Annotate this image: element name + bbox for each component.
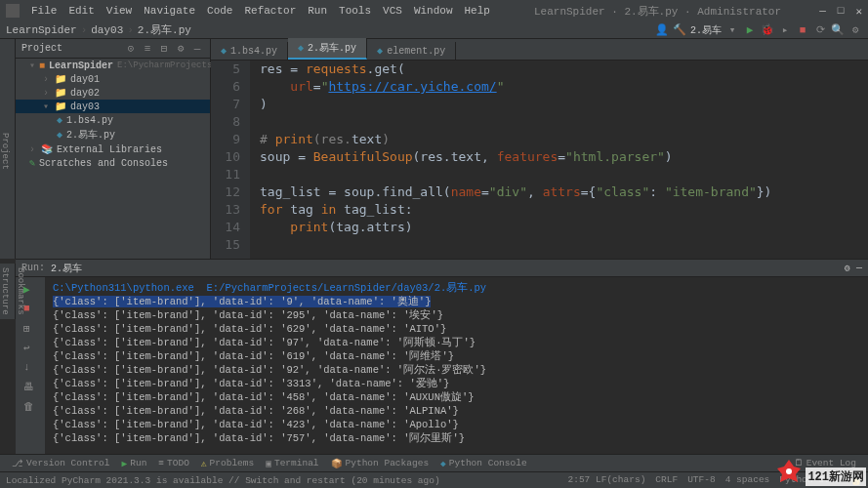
debug-icon[interactable]: 🐞 (761, 23, 774, 37)
tool-python-console[interactable]: ◆Python Console (434, 458, 533, 469)
project-panel-title: Project (21, 43, 62, 54)
code-line[interactable]: print(tag.attrs) (260, 219, 868, 236)
tool-todo[interactable]: ≡TODO (152, 458, 195, 468)
code-line[interactable] (260, 236, 868, 254)
status-cursor-pos[interactable]: 2:57 LF(chars) (568, 474, 646, 486)
menu-view[interactable]: View (101, 5, 138, 17)
chevron-down-icon[interactable]: ▾ (725, 23, 739, 37)
console-command: C:\Python311\python.exe E:/PycharmProjec… (53, 281, 860, 295)
menu-code[interactable]: Code (201, 5, 238, 17)
tool-python-packages[interactable]: 📦Python Packages (325, 458, 435, 469)
menu-refactor[interactable]: Refactor (238, 5, 302, 17)
line-number-gutter: 56789101112131415 (211, 61, 250, 259)
status-line-sep[interactable]: CRLF (655, 474, 678, 486)
status-indent[interactable]: 4 spaces (725, 474, 770, 486)
hammer-icon[interactable]: 🔨 (673, 23, 686, 37)
menu-vcs[interactable]: VCS (377, 5, 408, 17)
git-user-icon[interactable]: 👤 (655, 23, 669, 37)
breadcrumb[interactable]: 2.易车.py (138, 22, 191, 37)
print-icon[interactable]: 🖶 (23, 381, 37, 394)
code-line[interactable]: ) (260, 96, 868, 113)
menu-tools[interactable]: Tools (333, 5, 377, 17)
layout-icon[interactable]: ⊞ (23, 322, 37, 336)
minimize-icon[interactable]: — (819, 5, 826, 18)
tree-external-libs[interactable]: ›📚External Libraries (16, 142, 210, 156)
title-bar: File Edit View Navigate Code Refactor Ru… (0, 0, 868, 21)
console-line: {'class': ['item-brand'], 'data-id': '9'… (53, 295, 860, 308)
console-line: {'class': ['item-brand'], 'data-id': '42… (53, 418, 860, 431)
tool-version-control[interactable]: ⎇Version Control (6, 458, 116, 469)
expand-all-icon[interactable]: ≡ (141, 42, 154, 56)
run-config-dropdown[interactable]: 2.易车 (690, 23, 722, 37)
code-line[interactable]: for tag in tag_list: (260, 201, 868, 219)
tree-file-bs4[interactable]: ◆1.bs4.py (16, 113, 210, 127)
stop-icon[interactable]: ■ (796, 23, 809, 37)
tree-folder-day01[interactable]: ›📁day01 (16, 72, 210, 86)
tool-problems[interactable]: ⚠Problems (195, 458, 260, 469)
watermark: 121新游网 (774, 457, 866, 486)
editor-tab-element[interactable]: ◆element.py (367, 42, 456, 60)
hide-panel-icon[interactable]: — (190, 42, 204, 56)
menu-help[interactable]: Help (459, 5, 496, 17)
code-editor[interactable]: 56789101112131415 res = requests.get( ur… (211, 61, 868, 259)
watermark-logo-icon (774, 457, 804, 486)
git-update-icon[interactable]: ⟳ (813, 23, 827, 37)
status-encoding[interactable]: UTF-8 (687, 474, 716, 486)
more-run-icon[interactable]: ▸ (778, 23, 792, 37)
console-line: {'class': ['item-brand'], 'data-id': '29… (53, 308, 860, 322)
gear-icon[interactable]: ⚙ (848, 23, 862, 37)
menu-file[interactable]: File (25, 5, 62, 17)
gear-icon[interactable]: ⚙ (845, 263, 850, 274)
editor-area: ◆1.bs4.py ◆2.易车.py ◆element.py 567891011… (211, 39, 868, 259)
hide-panel-icon[interactable]: — (856, 263, 862, 273)
tool-terminal[interactable]: ▣Terminal (260, 458, 324, 469)
select-open-file-icon[interactable]: ⊙ (124, 42, 138, 56)
scroll-to-end-icon[interactable]: ↓ (23, 361, 37, 375)
status-message[interactable]: Localized PyCharm 2021.3.3 is available … (6, 475, 440, 486)
trash-icon[interactable]: 🗑 (23, 400, 37, 414)
console-line: {'class': ['item-brand'], 'data-id': '97… (53, 336, 860, 349)
code-line[interactable] (260, 166, 868, 183)
folder-icon: ■ (39, 61, 45, 71)
console-output[interactable]: C:\Python311\python.exe E:/PycharmProjec… (45, 277, 868, 454)
code-line[interactable]: soup = BeautifulSoup(res.text, features=… (260, 148, 868, 166)
tree-scratches[interactable]: ✎Scratches and Consoles (16, 156, 210, 170)
play-icon[interactable]: ▶ (743, 23, 757, 37)
console-line: {'class': ['item-brand'], 'data-id': '26… (53, 404, 860, 418)
run-tool-window: Run: 2.易车 ⚙ — ▶ ■ ⊞ ↩ ↓ 🖶 🗑 C:\Python311… (16, 259, 868, 454)
bookmarks-tab[interactable]: Bookmarks (16, 267, 25, 315)
rerun-icon[interactable]: ▶ (23, 283, 37, 297)
tool-run[interactable]: ▶Run (116, 458, 153, 469)
console-line: {'class': ['item-brand'], 'data-id': '33… (53, 377, 860, 390)
code-line[interactable]: # print(res.text) (260, 131, 868, 148)
gear-icon[interactable]: ⚙ (174, 42, 187, 56)
code-line[interactable]: url="https://car.yiche.com/" (260, 78, 868, 96)
tree-folder-day02[interactable]: ›📁day02 (16, 86, 210, 100)
menu-window[interactable]: Window (408, 5, 459, 17)
tree-file-yiche[interactable]: ◆2.易车.py (16, 127, 210, 142)
editor-tab-yiche[interactable]: ◆2.易车.py (288, 38, 367, 60)
maximize-icon[interactable]: □ (838, 5, 845, 18)
window-title: LearnSpider · 2.易车.py · Administrator (496, 4, 819, 19)
code-line[interactable] (260, 113, 868, 131)
breadcrumb[interactable]: LearnSpider (6, 24, 77, 36)
editor-tab-bs4[interactable]: ◆1.bs4.py (211, 42, 288, 60)
tree-root[interactable]: ▾ ■ LearnSpider E:\PycharmProjects\Learn… (16, 59, 210, 72)
code-line[interactable]: tag_list = soup.find_all(name="div", att… (260, 183, 868, 201)
breadcrumb[interactable]: day03 (91, 24, 123, 36)
project-tab[interactable]: Project (0, 133, 10, 170)
menu-navigate[interactable]: Navigate (138, 5, 201, 17)
code-line[interactable]: res = requests.get( (260, 61, 868, 78)
collapse-all-icon[interactable]: ⊟ (157, 42, 171, 56)
svg-point-0 (786, 468, 792, 474)
stop-icon[interactable]: ■ (23, 303, 37, 316)
structure-tab[interactable]: Structure (0, 267, 10, 315)
search-icon[interactable]: 🔍 (831, 23, 845, 37)
soft-wrap-icon[interactable]: ↩ (23, 342, 37, 355)
tree-folder-day03[interactable]: ▾📁day03 (16, 100, 210, 113)
logo-icon (6, 4, 20, 18)
menu-edit[interactable]: Edit (62, 5, 100, 17)
menu-run[interactable]: Run (302, 5, 333, 17)
close-icon[interactable]: ✕ (855, 5, 862, 18)
project-root-name: LearnSpider (49, 61, 113, 71)
